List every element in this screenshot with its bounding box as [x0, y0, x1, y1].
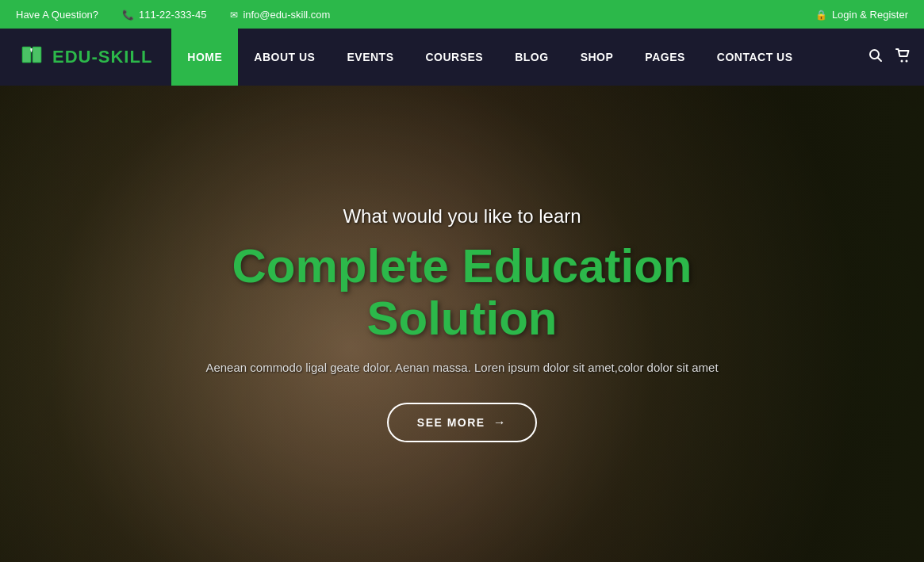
svg-rect-3 — [33, 48, 40, 62]
hero-cta-arrow: → — [493, 415, 508, 430]
svg-rect-2 — [23, 48, 30, 62]
nav-items: HOME ABOUT US EVENTS COURSES BLOG SHOP P… — [171, 29, 856, 86]
nav-contact[interactable]: CONTACT US — [701, 29, 809, 86]
search-icon[interactable] — [868, 48, 883, 67]
phone-info[interactable]: 111-22-333-45 — [122, 9, 206, 21]
hero-content: What would you like to learn Complete Ed… — [145, 205, 780, 442]
hero-cta-button[interactable]: SEE MORE → — [387, 403, 537, 442]
login-register[interactable]: Login & Register — [815, 9, 908, 21]
email-info[interactable]: info@edu-skill.com — [230, 9, 330, 21]
svg-point-7 — [906, 59, 908, 62]
email-icon — [230, 9, 238, 21]
brand-name: EDU-SKILL — [52, 47, 152, 67]
cart-icon[interactable] — [895, 48, 911, 67]
hero-description: Aenean commodo ligal geate dolor. Aenan … — [177, 361, 748, 374]
phone-icon — [122, 9, 134, 21]
hero-cta-label: SEE MORE — [417, 416, 485, 429]
nav-shop[interactable]: SHOP — [565, 29, 630, 86]
top-bar: Have A Question? 111-22-333-45 info@edu-… — [0, 0, 924, 29]
navbar: EDU-SKILL HOME ABOUT US EVENTS COURSES B… — [0, 29, 924, 86]
hero-title: Complete Education Solution — [177, 240, 748, 345]
brand[interactable]: EDU-SKILL — [0, 29, 171, 86]
nav-blog[interactable]: BLOG — [499, 29, 564, 86]
nav-home[interactable]: HOME — [171, 29, 238, 86]
question-label: Have A Question? — [16, 9, 98, 21]
nav-pages[interactable]: PAGES — [629, 29, 700, 86]
brand-book-icon — [19, 42, 44, 73]
nav-events[interactable]: EVENTS — [331, 29, 409, 86]
hero-section: What would you like to learn Complete Ed… — [0, 86, 924, 562]
top-bar-left: Have A Question? 111-22-333-45 info@edu-… — [16, 9, 330, 21]
nav-actions — [856, 29, 924, 86]
lock-icon — [815, 9, 827, 21]
nav-courses[interactable]: COURSES — [409, 29, 499, 86]
hero-subtitle: What would you like to learn — [177, 205, 748, 227]
svg-point-6 — [901, 59, 903, 62]
nav-about[interactable]: ABOUT US — [238, 29, 331, 86]
svg-line-5 — [878, 57, 882, 61]
